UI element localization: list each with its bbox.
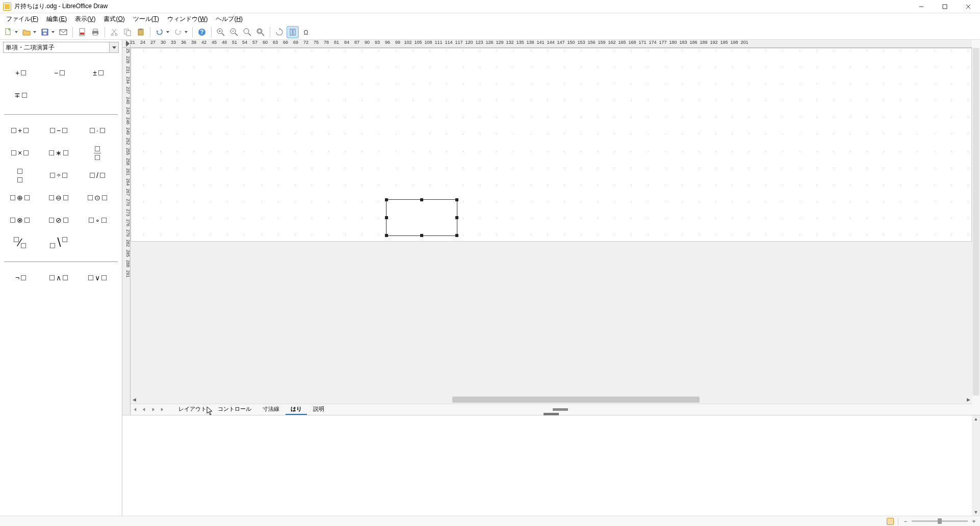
vertical-ruler[interactable]: 2252282312342372402432462492522552582612… [122,48,131,415]
symbol-otimes[interactable]: ⊗ [7,214,33,227]
vertical-scrollbar[interactable] [972,48,980,396]
symbol-ominus[interactable]: ⊖ [46,191,71,204]
zoom-out-button[interactable] [228,26,240,38]
menu-edit[interactable]: 編集(E) [42,14,71,24]
tab-control[interactable]: コントロール [213,404,256,415]
undo-button[interactable] [153,26,171,38]
export-pdf-button[interactable] [76,26,88,38]
zoom-slider[interactable]: − + [902,518,977,525]
maximize-button[interactable] [933,0,957,13]
app-icon [3,3,11,11]
panel-split-grip[interactable] [544,413,559,415]
zoom-minus-icon[interactable]: − [902,518,909,525]
resize-handle-ml[interactable] [385,216,388,219]
zoom-100-button[interactable] [241,26,253,38]
menu-format[interactable]: 書式(O) [99,14,128,24]
open-button[interactable] [20,26,38,38]
scroll-right-icon[interactable]: ▶ [965,396,972,403]
symbol-oplus[interactable]: ⊕ [7,191,33,204]
tab-prev-icon[interactable] [140,406,148,414]
symbol-slash[interactable]: / [85,169,110,182]
formula-cursor-button[interactable] [287,26,299,38]
resize-handle-mr[interactable] [455,216,458,219]
symbol-odot[interactable]: ⊙ [85,191,110,204]
symbol-widebslash[interactable]: ∖ [46,236,71,249]
refresh-button[interactable] [273,26,286,38]
tab-next-icon[interactable] [149,406,157,414]
titlebar: 片持ちはり.odg - LibreOffice Draw [0,0,980,13]
tab-beam[interactable]: はり [286,404,307,415]
drawing-page[interactable] [131,48,972,242]
cut-button[interactable] [108,26,120,38]
category-value[interactable] [4,42,109,52]
minimize-button[interactable] [910,0,933,13]
symbol-oslash[interactable]: ⊘ [46,214,71,227]
new-button[interactable] [2,26,19,38]
symbol-cdot[interactable]: · [85,124,110,137]
symbol-minus-unary[interactable]: − [46,66,71,80]
paste-button[interactable] [135,26,147,38]
resize-handle-tm[interactable] [420,198,423,201]
symbol-plus-unary[interactable]: + [7,66,33,80]
mail-button[interactable] [57,26,69,38]
formula-input[interactable] [122,415,972,516]
zoom-in-button[interactable] [215,26,227,38]
tab-dims[interactable]: 寸法線 [257,404,285,415]
menu-help[interactable]: ヘルプ(H) [212,14,247,24]
symbol-or[interactable]: ∨ [85,271,110,284]
symbol-minus[interactable]: − [46,124,71,137]
tab-desc[interactable]: 説明 [308,404,329,415]
symbol-omega-button[interactable]: Ω [300,26,312,38]
category-select[interactable] [3,42,119,53]
scroll-up-icon[interactable]: ▲ [974,416,978,422]
symbol-frac[interactable] [85,146,110,160]
zoom-plus-icon[interactable]: + [971,518,977,525]
resize-handle-tr[interactable] [455,198,458,201]
zoom-track[interactable] [912,520,968,522]
copy-button[interactable] [121,26,134,38]
scroll-down-icon[interactable]: ▼ [974,510,978,515]
print-button[interactable] [89,26,101,38]
resize-handle-tl[interactable] [385,198,388,201]
save-indicator-icon[interactable] [887,518,894,525]
canvas-viewport[interactable] [131,48,972,396]
svg-rect-23 [258,30,261,33]
menu-window[interactable]: ウィンドウ(W) [163,14,212,24]
ruler-corner[interactable] [122,40,131,48]
category-dropdown-icon[interactable] [109,42,118,52]
symbol-circ[interactable]: ∘ [85,214,110,227]
help-button[interactable]: ? [196,26,208,38]
menu-view[interactable]: 表示(V) [71,14,99,24]
formula-vertical-scrollbar[interactable]: ▲ ▼ [972,415,980,516]
symbol-and[interactable]: ∧ [46,271,71,284]
selected-formula-object[interactable] [386,199,457,236]
tab-splitter-handle[interactable] [553,408,568,411]
resize-handle-bm[interactable] [420,234,423,237]
tab-layout[interactable]: レイアウト [173,404,212,415]
menu-tools[interactable]: ツール(T) [129,14,163,24]
symbol-minusplus-unary[interactable]: ∓ [7,89,33,102]
close-button[interactable] [957,0,980,13]
resize-handle-bl[interactable] [385,234,388,237]
redo-button[interactable] [172,26,189,38]
menu-file[interactable]: ファイル(F) [2,14,42,24]
symbol-stack-noline[interactable] [7,169,33,182]
symbol-wideslash[interactable]: ⁄ [7,236,33,249]
symbol-div[interactable]: ÷ [46,169,71,182]
horizontal-scrollbar[interactable] [139,397,964,403]
symbol-times[interactable]: × [7,146,33,160]
scroll-left-icon[interactable]: ◀ [131,396,138,403]
menubar: ファイル(F) 編集(E) 表示(V) 書式(O) ツール(T) ウィンドウ(W… [0,13,980,24]
symbol-plus[interactable]: + [7,124,33,137]
save-button[interactable] [39,26,56,38]
tab-last-icon[interactable] [158,406,166,414]
zoom-page-button[interactable] [254,26,267,38]
symbol-neg[interactable]: ¬ [7,271,33,284]
svg-rect-24 [290,29,292,35]
symbol-ast[interactable]: ∗ [46,146,71,160]
horizontal-ruler[interactable]: 2124273033363942454851545760636669727578… [131,40,972,48]
tab-first-icon[interactable] [131,406,139,414]
zoom-handle[interactable] [938,518,942,524]
symbol-plusminus-unary[interactable]: ± [85,66,110,80]
resize-handle-br[interactable] [455,234,458,237]
